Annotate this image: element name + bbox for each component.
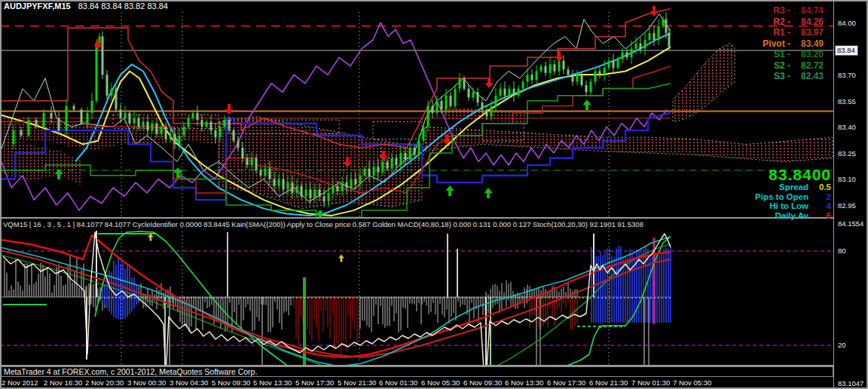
indicator-buy-arrow-icon bbox=[338, 255, 344, 262]
candle-body bbox=[66, 106, 68, 130]
candle-body bbox=[635, 44, 637, 49]
price-axis-label: 83.25 bbox=[838, 149, 856, 158]
candle-body bbox=[219, 127, 222, 137]
candle-body bbox=[531, 75, 533, 80]
quote-info-row: Spread0.5 bbox=[755, 183, 831, 192]
candle-body bbox=[174, 134, 176, 145]
candle-body bbox=[423, 127, 425, 140]
time-axis[interactable]: 2 Nov 20122 Nov 16:302 Nov 20:303 Nov 00… bbox=[0, 377, 833, 389]
price-axis-label: 84.00 bbox=[838, 19, 856, 27]
candle-body bbox=[500, 89, 502, 96]
candle-body bbox=[156, 124, 158, 134]
candle-body bbox=[224, 120, 226, 127]
candle-body bbox=[350, 179, 353, 188]
candle-body bbox=[323, 197, 326, 202]
candle-body bbox=[296, 186, 298, 193]
pivot-level-label: R3 - bbox=[773, 5, 790, 16]
candle-body bbox=[377, 167, 380, 172]
sell-signal-arrow-icon bbox=[225, 104, 234, 115]
pivot-level-value: 83.97 bbox=[790, 27, 824, 38]
copyright-text: MetaTrader 4 at FOREX.com, c 2001-2012, … bbox=[4, 367, 257, 376]
time-axis-label: 6 Nov 13:30 bbox=[505, 378, 543, 387]
buy-signal-arrow-icon bbox=[484, 188, 493, 198]
price-axis[interactable]: 84.0083.7083.5583.4083.2583.1082.9583.84… bbox=[833, 0, 868, 389]
candle-body bbox=[305, 189, 307, 196]
candle-body bbox=[649, 33, 651, 40]
candle-body bbox=[210, 121, 212, 130]
candle-body bbox=[246, 158, 249, 165]
candle-body bbox=[120, 109, 122, 118]
candle-body bbox=[472, 92, 475, 97]
candle-body bbox=[314, 189, 316, 198]
time-axis-label: 7 Nov 05:30 bbox=[673, 378, 711, 387]
mt4-chart-window: AUDJPYFXF,M1583.84 83.84 83.82 83.84 R3 … bbox=[0, 0, 868, 389]
time-axis-label: 5 Nov 09:30 bbox=[212, 378, 250, 387]
time-axis-label: 6 Nov 17:30 bbox=[547, 378, 585, 387]
candle-body bbox=[124, 113, 127, 118]
candle-body bbox=[617, 59, 619, 68]
candle-body bbox=[96, 44, 98, 101]
candle-body bbox=[283, 179, 285, 190]
sell-signal-arrow-icon bbox=[650, 6, 659, 17]
candle-body bbox=[631, 49, 633, 58]
candle-body bbox=[215, 130, 217, 137]
main-chart-area[interactable] bbox=[0, 0, 833, 217]
pivot-level-label: Pivot - bbox=[763, 38, 790, 49]
indicator-subwindow[interactable] bbox=[0, 219, 833, 365]
pivot-level-label: S2 - bbox=[774, 60, 790, 71]
candle-body bbox=[228, 120, 231, 130]
candle-body bbox=[662, 19, 665, 26]
candle-body bbox=[626, 52, 628, 57]
candle-body bbox=[522, 81, 524, 88]
pivot-level-value: 83.49 bbox=[790, 38, 824, 49]
buy-signal-arrow-icon bbox=[583, 100, 591, 110]
candle-body bbox=[382, 161, 384, 172]
candle-body bbox=[115, 89, 118, 110]
sell-signal-arrow-icon bbox=[485, 78, 494, 88]
panel-divider bbox=[0, 217, 833, 219]
candle-body bbox=[427, 106, 429, 127]
pivot-level-row: S3 -82.43 bbox=[763, 71, 824, 82]
candle-body bbox=[599, 72, 601, 75]
candle-body bbox=[391, 158, 393, 169]
quote-info-label: Daily Av bbox=[775, 211, 808, 220]
candle-body bbox=[301, 186, 303, 197]
time-axis-label: 2 Nov 2012 bbox=[2, 378, 38, 387]
candle-body bbox=[405, 153, 407, 160]
candle-body bbox=[558, 61, 561, 72]
candle-body bbox=[142, 121, 145, 127]
candle-body bbox=[463, 78, 466, 89]
candle-body bbox=[441, 101, 443, 110]
candle-body bbox=[436, 101, 439, 113]
candle-body bbox=[450, 96, 452, 106]
candle-body bbox=[545, 66, 547, 73]
candle-body bbox=[576, 75, 579, 81]
candle-body bbox=[337, 186, 339, 191]
candle-body bbox=[572, 75, 574, 81]
candle-body bbox=[491, 106, 493, 117]
main-price-chart[interactable] bbox=[0, 0, 833, 217]
indicator-axis-label: 20 bbox=[838, 341, 846, 349]
time-axis-label: 2 Nov 16:30 bbox=[44, 378, 82, 387]
pivot-level-row: S2 -82.72 bbox=[763, 60, 824, 72]
candle-body bbox=[58, 118, 60, 130]
candle-body bbox=[188, 118, 190, 127]
candle-body bbox=[251, 158, 253, 165]
time-axis-label: 6 Nov 05:30 bbox=[421, 378, 460, 387]
candle-body bbox=[341, 182, 344, 191]
candle-body bbox=[640, 44, 642, 49]
candle-body bbox=[233, 130, 235, 141]
price-axis-label: 83.55 bbox=[838, 97, 856, 106]
candle-body bbox=[292, 182, 294, 193]
indicator-axis-label: 84.1554 bbox=[838, 219, 863, 228]
candle-body bbox=[613, 61, 615, 68]
candle-body bbox=[147, 121, 149, 130]
candle-body bbox=[540, 66, 542, 72]
candle-body bbox=[355, 179, 357, 185]
candle-body bbox=[319, 189, 321, 196]
indicator-axis-label: 83.1047 bbox=[838, 379, 863, 387]
time-axis-label: 5 Nov 17:30 bbox=[295, 378, 334, 387]
time-axis-label: 3 Nov 04:30 bbox=[170, 378, 208, 387]
pivot-level-label: S1 - bbox=[774, 49, 790, 60]
fractal-box bbox=[373, 121, 422, 139]
